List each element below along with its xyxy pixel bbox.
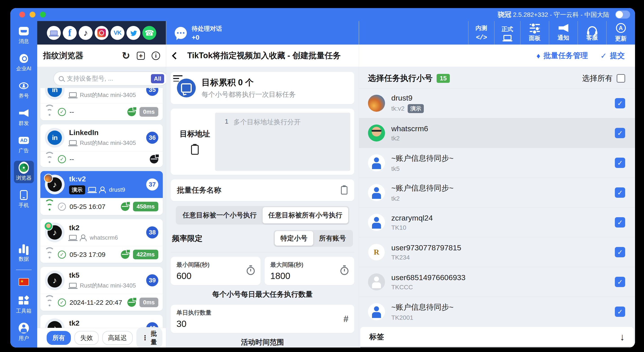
accounts-header-bar: ♦ 批量任务管理 ✓ 提交 [359, 44, 635, 67]
filter-all[interactable]: 所有 [47, 331, 71, 345]
account-checkbox-checked[interactable] [615, 158, 625, 168]
wifi-icon [45, 108, 54, 116]
info-icon[interactable]: i [152, 51, 160, 60]
add-profile-icon[interactable]: + [137, 52, 145, 60]
sidebar-item-phone[interactable]: 手机 [16, 188, 31, 210]
target-address-label: 目标地址 [180, 129, 210, 139]
panel-title: 指纹浏览器 [43, 50, 115, 61]
account-row[interactable]: ~账户信息待同步~ TK2001 [359, 297, 635, 326]
max-interval-field[interactable]: 最大间隔(秒) 1800 [264, 257, 354, 285]
daily-count-field[interactable]: 单日执行数量 30 # [171, 305, 354, 333]
profile-card[interactable]: ♪ tk2 whatscrm6 38 [40, 219, 163, 263]
account-row[interactable]: drust9 tk:v2 演示 [359, 88, 635, 118]
theme-toggle[interactable] [615, 10, 630, 18]
sidebar-item-region-flag[interactable]: ★ [16, 275, 31, 289]
profile-card-selected[interactable]: ♪ tk:v2 演示 drust9 [40, 171, 163, 215]
profile-card[interactable]: ♪ tk5 Rust的Mac mini-3405 39 [40, 267, 163, 311]
account-checkbox-checked[interactable] [615, 247, 625, 257]
person-avatar [368, 214, 385, 231]
search-input[interactable] [67, 75, 148, 82]
sidebar-item-account-nurture[interactable]: 养号 [16, 79, 31, 101]
ai-head-icon [18, 53, 29, 64]
profile-card[interactable]: in lk Rust的Mac mini-3405 35 [40, 88, 163, 120]
account-row-highlighted[interactable]: whatscrm6 tk2 [359, 118, 635, 148]
code-icon: </> [476, 34, 486, 41]
min-interval-value: 600 [176, 271, 210, 281]
minimize-window-icon[interactable] [30, 12, 36, 17]
toolbar-dashboard-button[interactable]: 面板 [520, 21, 549, 44]
vk-icon[interactable]: VK [110, 26, 124, 40]
computer-platform-icon[interactable] [47, 26, 61, 40]
target-address-textarea[interactable]: 1 多个目标地址换行分开 [215, 113, 350, 171]
sidebar-item-ads[interactable]: AD 广告 [16, 134, 31, 156]
account-row[interactable]: zcrarymql24 TK10 [359, 207, 635, 237]
sidebar-item-messages[interactable]: 消息 [16, 24, 31, 47]
min-interval-label: 最小间隔(秒) [176, 261, 210, 269]
account-list: drust9 tk:v2 演示 whatscrm6 [359, 88, 635, 326]
frequency-row: 频率限定 特定小号 所有账号 [171, 230, 354, 247]
sidebar-item-user[interactable]: 用户 [16, 321, 31, 344]
close-window-icon[interactable] [19, 12, 25, 17]
laptop-icon [69, 140, 77, 145]
accounts-panel: 内测 </> 正式 面板 通知 [359, 21, 635, 348]
inbox-icon [18, 26, 29, 36]
linkedin-avatar: in [45, 128, 64, 148]
sidebar-item-data[interactable]: 数据 [16, 242, 31, 264]
instagram-icon[interactable] [95, 26, 108, 40]
toolbar-beta-button[interactable]: 内测 </> [468, 21, 494, 44]
toolbar-notifications-button[interactable]: 通知 [549, 21, 578, 44]
select-accounts-title: 选择任务执行小号 [368, 73, 432, 84]
tags-label: 标签 [369, 332, 384, 342]
sidebar-item-mass-send[interactable]: 群发 [16, 106, 31, 129]
refresh-icon[interactable]: ↻ [122, 51, 130, 61]
laptop-icon [69, 92, 77, 97]
filter-expired[interactable]: 失效 [74, 331, 99, 345]
linkedin-avatar: in [45, 88, 64, 100]
account-row[interactable]: ~账户信息待同步~ tk2 [359, 177, 635, 207]
profile-card[interactable]: ♪ tk2 Rust的Mac mini-3405 40 [40, 315, 163, 328]
last-check-time: -- [70, 108, 124, 116]
pending-chat-strip[interactable]: 待处理对话 +0 [166, 21, 359, 44]
clipboard-icon[interactable] [191, 145, 199, 155]
mode-option-all[interactable]: 任意目标被所有小号执行 [262, 207, 348, 223]
batch-button[interactable]: ⋮ 批量 [136, 327, 162, 348]
freq-option-all[interactable]: 所有账号 [313, 231, 352, 246]
account-row[interactable]: R user9730778797815 TK234 [359, 237, 635, 267]
filter-high-latency[interactable]: 高延迟 [102, 331, 133, 345]
search-row: All [37, 67, 166, 88]
facebook-icon[interactable]: f [63, 26, 77, 40]
account-checkbox-checked[interactable] [615, 98, 625, 108]
sidebar-item-browser[interactable]: 浏览器 [14, 161, 34, 183]
select-all-checkbox[interactable] [617, 74, 625, 83]
zoom-window-icon[interactable] [40, 12, 46, 17]
sidebar-item-toolbox[interactable]: 工具箱 [14, 294, 34, 316]
search-scope-badge[interactable]: All [151, 74, 164, 83]
batch-task-manage-link[interactable]: ♦ 批量任务管理 [536, 51, 588, 61]
check-icon: ✓ [600, 51, 607, 60]
submit-link[interactable]: ✓ 提交 [600, 51, 625, 61]
task-name-field[interactable]: 批量任务名称 [171, 179, 354, 201]
browser-panel-header: 指纹浏览器 ↻ + i [37, 44, 166, 67]
account-checkbox-checked[interactable] [615, 277, 625, 287]
sidebar-item-enterprise-ai[interactable]: 企业AI [14, 51, 34, 74]
twitter-icon[interactable] [126, 26, 140, 40]
max-interval-label: 最大间隔(秒) [270, 261, 304, 269]
min-interval-field[interactable]: 最小间隔(秒) 600 [171, 257, 260, 285]
account-checkbox-checked[interactable] [615, 187, 625, 198]
profile-card[interactable]: in LinkedIn Rust的Mac mini-3405 36 [40, 124, 163, 167]
tiktok-icon[interactable]: ♪ [79, 26, 92, 40]
clipboard-icon[interactable] [341, 186, 348, 194]
tags-dropdown[interactable]: 标签 ↓ [360, 327, 634, 348]
whatsapp-icon[interactable]: ☎ [142, 26, 156, 40]
toolbar-support-button[interactable]: 客服 [578, 21, 606, 44]
freq-option-specific[interactable]: 特定小号 [275, 231, 313, 246]
profile-number-badge: 39 [146, 274, 158, 286]
toolbar-update-button[interactable]: A 更新 [606, 21, 635, 44]
account-checkbox-checked[interactable] [615, 128, 625, 138]
mode-option-single[interactable]: 任意目标被一个小号执行 [177, 207, 262, 223]
account-checkbox-checked[interactable] [615, 307, 625, 317]
account-checkbox-checked[interactable] [615, 217, 625, 227]
account-row[interactable]: ~账户信息待同步~ tk5 [359, 148, 635, 177]
toolbar-release-button[interactable]: 正式 [494, 21, 520, 44]
account-row[interactable]: user68514976606933 TKCCC [359, 267, 635, 297]
